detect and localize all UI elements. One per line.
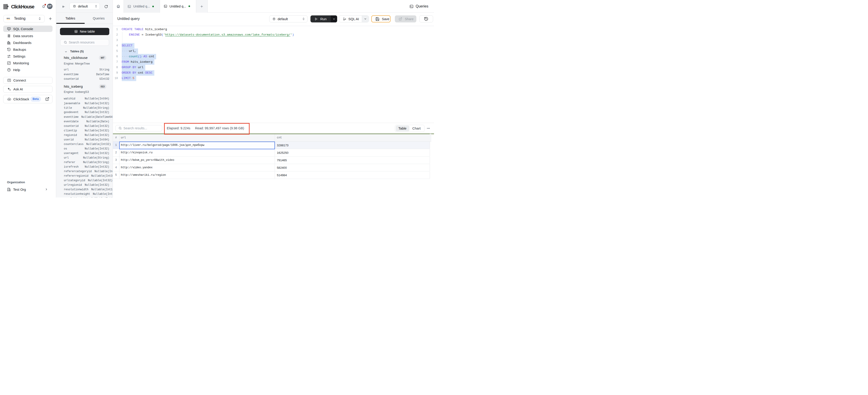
svg-text:aws: aws: [6, 17, 10, 19]
